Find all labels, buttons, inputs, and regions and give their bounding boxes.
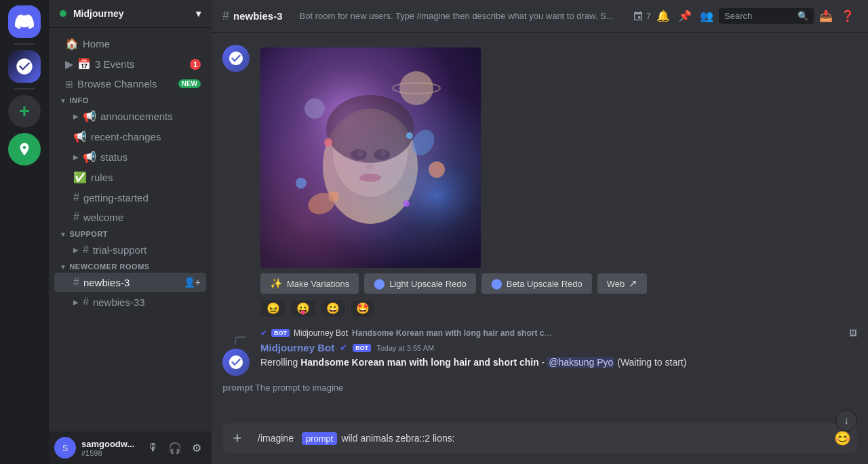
reaction-2[interactable]: 😛 — [290, 299, 316, 317]
bot-avatar-ref — [222, 349, 250, 376]
channel-item-newbies-3[interactable]: # newbies-3 👤+ — [54, 273, 206, 292]
bot-avatar-2 — [222, 349, 250, 376]
sidebar-item-home[interactable]: 🏠 Home — [54, 34, 206, 54]
svg-point-1 — [267, 54, 430, 204]
svg-point-7 — [296, 178, 307, 189]
message-group-1: ✨ Make Variations ⬤ Light Upscale Redo ⬤… — [212, 43, 868, 322]
status-icon: 📢 — [83, 151, 96, 163]
reference-indicator — [222, 328, 250, 376]
web-button[interactable]: Web ↗ — [597, 273, 648, 294]
svg-point-8 — [323, 109, 418, 224]
sidebar-item-browse[interactable]: ⊞ Browse Channels NEW — [54, 75, 206, 93]
channel-header-name: # newbies-3 — [222, 9, 283, 23]
getting-started-icon: # — [73, 191, 79, 204]
svg-point-18 — [406, 132, 413, 139]
message-2-content: ✔ BOT Midjourney Bot Handsome Korean man… — [260, 328, 857, 376]
svg-point-12 — [357, 150, 363, 157]
trial-support-icon: # — [83, 244, 89, 256]
server-status-dot — [60, 10, 66, 17]
section-support[interactable]: ▼ SUPPORT — [49, 227, 212, 239]
microphone-button[interactable]: 🎙 — [144, 438, 163, 457]
reference-line — [235, 336, 245, 345]
verified-icon-2: ✔ — [340, 343, 347, 353]
svg-point-3 — [399, 71, 433, 105]
make-variations-button[interactable]: ✨ Make Variations — [260, 273, 359, 294]
message-group-2: ✔ BOT Midjourney Bot Handsome Korean man… — [212, 327, 868, 377]
channel-description: Bot room for new users. Type /imagine th… — [300, 11, 625, 21]
chevron-support-icon: ▼ — [60, 231, 66, 238]
search-placeholder: Search — [724, 11, 752, 21]
inbox-button[interactable]: 📥 — [816, 7, 835, 26]
image-attachment — [260, 47, 491, 268]
channel-item-welcome[interactable]: # welcome — [54, 208, 206, 227]
svg-point-5 — [304, 98, 325, 119]
external-link-icon: ↗ — [629, 277, 637, 290]
avatar-initials: S — [62, 443, 68, 453]
variations-icon: ✨ — [270, 277, 283, 290]
channel-item-rules[interactable]: ✅ rules — [54, 168, 206, 187]
message-header-2: Midjourney Bot ✔ BOT Today at 3:55 AM — [260, 342, 857, 353]
svg-point-22 — [408, 125, 439, 159]
beta-upscale-icon: ⬤ — [491, 277, 502, 290]
notification-bell-button[interactable]: 🔔 — [654, 7, 673, 26]
svg-point-20 — [403, 200, 410, 207]
slash-command-label: /imagine — [258, 426, 296, 450]
beta-upscale-redo-button[interactable]: ⬤ Beta Upscale Redo — [481, 273, 592, 294]
svg-point-21 — [305, 189, 338, 218]
svg-point-4 — [393, 83, 440, 94]
attach-file-button[interactable]: + — [222, 423, 252, 453]
browse-icon: ⊞ — [65, 79, 73, 90]
reaction-3[interactable]: 😀 — [320, 299, 346, 317]
section-newcomer-rooms[interactable]: ▼ NEWCOMER ROOMS — [49, 260, 212, 272]
bot-avatar-1 — [222, 45, 250, 72]
user-area: S samgoodw... #1598 🎙 🎧 ⚙ — [49, 431, 212, 464]
explore-icon[interactable] — [8, 133, 41, 166]
ref-bot-badge: BOT — [271, 329, 290, 337]
scroll-to-bottom-button[interactable]: ↓ — [835, 410, 857, 431]
message-input-area: + /imagine prompt wild animals zebra::2 … — [212, 423, 868, 464]
light-upscale-redo-button[interactable]: ⬤ Light Upscale Redo — [364, 273, 475, 294]
user-discriminator: #1598 — [81, 449, 138, 457]
message-input[interactable]: wild animals zebra::2 lions: — [341, 426, 826, 450]
rules-icon: ✅ — [73, 171, 87, 184]
discord-home-icon[interactable] — [8, 5, 41, 38]
sidebar-item-events[interactable]: ▶ 📅 3 Events 1 — [54, 54, 206, 74]
message-text-2: Rerolling Handsome Korean man with long … — [260, 356, 857, 370]
add-member-icon[interactable]: 👤+ — [184, 277, 201, 288]
svg-point-10 — [351, 149, 367, 160]
search-bar[interactable]: Search 🔍 — [719, 8, 814, 24]
user-avatar: S — [54, 437, 76, 459]
header-actions: 7 🔔 📌 👥 Search 🔍 📥 ❓ — [633, 7, 857, 26]
headset-button[interactable]: 🎧 — [165, 438, 184, 457]
message-mention: @haksung Pyo — [547, 357, 614, 368]
pin-button[interactable]: 📌 — [675, 7, 694, 26]
server-header[interactable]: Midjourney ▾ — [49, 0, 212, 28]
channel-item-getting-started[interactable]: # getting-started — [54, 188, 206, 207]
section-info[interactable]: ▼ INFO — [49, 94, 212, 106]
channel-item-announcements[interactable]: ▶ 📢 announcements — [54, 107, 206, 126]
add-server-icon[interactable]: + — [8, 95, 41, 128]
emoji-button[interactable]: 😊 — [833, 429, 852, 448]
ref-image-icon: 🖼 — [849, 328, 857, 338]
channel-item-trial-support[interactable]: ▶ # trial-support — [54, 240, 206, 259]
svg-point-19 — [328, 191, 339, 202]
channel-header: # newbies-3 Bot room for new users. Type… — [212, 0, 868, 33]
search-icon: 🔍 — [797, 11, 808, 21]
channel-item-status[interactable]: ▶ 📢 status — [54, 147, 206, 167]
svg-point-9 — [333, 109, 408, 197]
reaction-1[interactable]: 😖 — [260, 299, 286, 317]
help-button[interactable]: ❓ — [838, 7, 857, 26]
server-name: Midjourney — [73, 8, 124, 19]
reaction-4[interactable]: 🤩 — [350, 299, 376, 317]
newbies-3-icon: # — [73, 276, 79, 288]
channel-list: 🏠 Home ▶ 📅 3 Events 1 ⊞ Browse Channels … — [49, 28, 212, 431]
chevron-status-icon: ▶ — [73, 153, 79, 161]
home-icon: 🏠 — [65, 37, 79, 50]
browse-label: Browse Channels — [77, 78, 157, 90]
members-button[interactable]: 👥 — [697, 7, 716, 26]
svg-point-16 — [326, 95, 414, 163]
channel-item-newbies-33[interactable]: ▶ # newbies-33 — [54, 292, 206, 311]
channel-item-recent-changes[interactable]: 📢 recent-changes — [54, 127, 206, 147]
midjourney-server-icon[interactable] — [8, 50, 41, 83]
settings-button[interactable]: ⚙ — [187, 438, 206, 457]
